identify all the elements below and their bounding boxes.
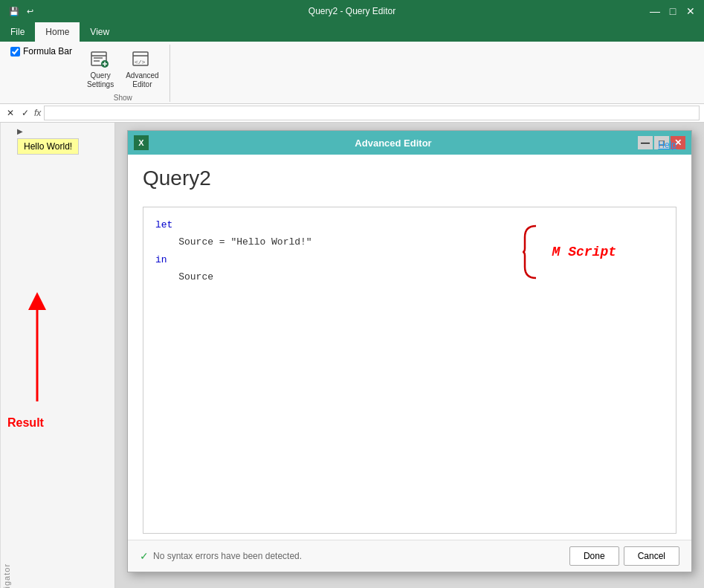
ribbon: File Home View Formula Bar [0,22,704,123]
dialog-titlebar: X Advanced Editor — □ ✕ [128,131,691,155]
close-btn[interactable]: ✕ [683,4,698,19]
query-settings-btn[interactable]: QuerySettings [83,45,118,92]
svg-text:</>: </> [135,59,146,65]
check-icon: ✓ [140,550,149,562]
title-bar-controls: — □ ✕ [648,4,698,19]
advanced-editor-label: AdvancedEditor [126,71,158,89]
query-name: Query2 [143,167,211,190]
ribbon-tabs: File Home View [0,22,704,42]
minimize-btn[interactable]: — [648,4,662,19]
title-bar-left: 💾 ↩ [6,5,36,18]
tab-home[interactable]: Home [35,22,80,42]
query-settings-label: QuerySettings [87,71,114,89]
dialog-title-text: Advanced Editor [149,138,638,149]
formula-bar-row: ✕ ✓ fx [0,103,704,122]
title-bar: 💾 ↩ Query2 - Query Editor — □ ✕ [0,0,704,22]
formula-cancel-btn[interactable]: ✕ [4,108,16,118]
m-script-label: M Script [552,245,616,259]
dialog-body: Query2 Help let Source = "Hello World!" … [128,155,691,540]
formula-bar-checkbox[interactable] [10,47,20,56]
save-quick-btn[interactable]: 💾 [6,5,22,18]
formula-bar-input[interactable] [44,106,700,120]
excel-icon: X [134,135,149,150]
query-settings-icon [88,48,112,71]
curly-brace-icon [521,222,543,282]
window-title: Query2 - Query Editor [309,6,395,16]
ribbon-group-show: QuerySettings </> AdvancedEditor Show [80,45,170,102]
advanced-editor-icon: </> [130,48,154,71]
footer-status: ✓ No syntax errors have been detected. [140,550,302,562]
dialog-minimize-btn[interactable]: — [638,136,653,149]
done-btn[interactable]: Done [569,546,619,566]
footer-buttons: Done Cancel [569,546,679,566]
dialog-overlay: X Advanced Editor — □ ✕ Query2 H [115,123,704,588]
formula-confirm-btn[interactable]: ✓ [19,108,31,118]
show-group-label: Show [114,94,132,102]
help-link[interactable]: Help [658,140,676,150]
main-area: Navigator ▶ Hello World! Result [0,123,704,588]
formula-bar-label: Formula Bar [23,46,72,56]
cancel-btn[interactable]: Cancel [624,546,679,566]
expand-arrow[interactable]: ▶ [17,127,23,135]
svg-rect-2 [94,57,103,59]
tab-view[interactable]: View [80,22,120,42]
brace-annotation: M Script [521,222,616,282]
code-editor[interactable]: let Source = "Hello World!" in Source [143,207,676,534]
quick-access: 💾 ↩ [6,5,36,18]
status-text: No syntax errors have been detected. [153,551,302,561]
undo-quick-btn[interactable]: ↩ [24,5,36,18]
navigator-label: Navigator [0,123,13,588]
dialog-footer: ✓ No syntax errors have been detected. D… [128,540,691,572]
svg-rect-3 [94,60,100,62]
advanced-editor-btn[interactable]: </> AdvancedEditor [121,45,163,92]
result-label: Result [7,416,44,430]
red-arrow-annotation [22,286,59,405]
content-area: X Advanced Editor — □ ✕ Query2 H [115,123,704,588]
advanced-editor-dialog: X Advanced Editor — □ ✕ Query2 H [127,130,692,572]
tab-file[interactable]: File [0,22,35,42]
ribbon-content: Formula Bar [0,42,704,103]
fx-label: fx [34,108,41,118]
hello-world-cell[interactable]: Hello World! [17,138,79,155]
maximize-btn[interactable]: □ [665,4,680,19]
sidebar: Navigator ▶ Hello World! Result [0,123,115,588]
